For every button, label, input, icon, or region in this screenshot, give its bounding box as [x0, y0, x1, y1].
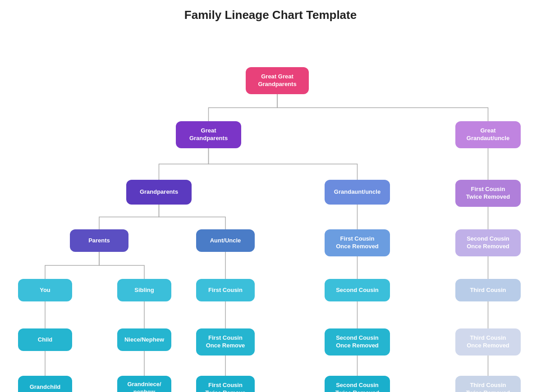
node-ggau: Great Grandaut/uncle — [455, 121, 521, 148]
node-par: Parents — [70, 229, 128, 252]
page-title: Family Lineage Chart Template — [0, 0, 541, 27]
node-child: Child — [18, 328, 72, 351]
node-grau: Grandaunt/uncle — [325, 180, 390, 205]
node-you: You — [18, 279, 72, 301]
chart-area: Great Great GrandparentsGreat Grandparen… — [0, 27, 541, 392]
node-fc2or: First Cousin Twice Remove — [196, 376, 255, 392]
node-sc1r: Second Cousin Once Removed — [455, 229, 521, 256]
node-gchild: Grandchild — [18, 376, 72, 392]
node-gp: Great Grandparents — [176, 121, 241, 148]
node-grp: Grandparents — [126, 180, 192, 205]
node-sc: Second Cousin — [325, 279, 390, 301]
node-fc1r: First Cousin Once Removed — [325, 229, 390, 256]
node-au: Aunt/Uncle — [196, 229, 255, 252]
node-sib: Sibling — [117, 279, 171, 301]
node-fc: First Cousin — [196, 279, 255, 301]
node-fc1or: First Cousin Once Remove — [196, 328, 255, 356]
node-sc1or: Second Cousin Once Removed — [325, 328, 390, 356]
node-gnn: Grandniece/ nephew — [117, 376, 171, 392]
node-fc2r: First Cousin Twice Removed — [455, 180, 521, 207]
node-tc2r: Third Cousin Twice Removed — [455, 376, 521, 392]
node-tc: Third Cousin — [455, 279, 521, 301]
node-sc2r2: Second Cousin Twice Removed — [325, 376, 390, 392]
node-ggp: Great Great Grandparents — [246, 67, 309, 94]
node-tc1or: Third Cousin Once Removed — [455, 328, 521, 356]
node-nn: Niece/Nephew — [117, 328, 171, 351]
